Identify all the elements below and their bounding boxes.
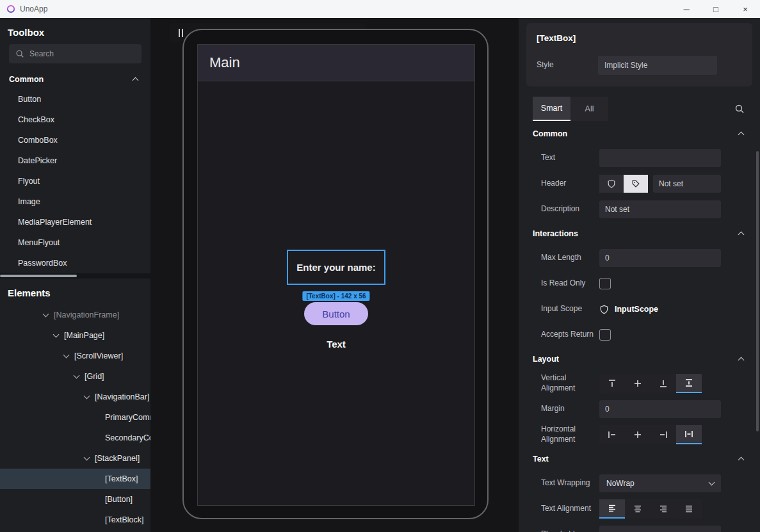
- header-binding-button[interactable]: [599, 175, 624, 193]
- section-common[interactable]: Common: [519, 122, 760, 145]
- tree-item-label: [Button]: [105, 495, 133, 504]
- is-read-only-label: Is Read Only: [541, 278, 599, 289]
- toolbox-group-common[interactable]: Common: [0, 70, 150, 89]
- valign-bottom-button[interactable]: [651, 374, 676, 393]
- section-title: Text: [533, 455, 549, 463]
- header-literal-button[interactable]: [624, 175, 648, 193]
- toolbox-item-checkbox[interactable]: CheckBox: [0, 109, 150, 130]
- tree-item-navigationframe[interactable]: [NavigationFrame]: [0, 305, 150, 325]
- tag-icon: [631, 179, 640, 188]
- selected-element-title: [TextBox]: [537, 33, 742, 43]
- text-wrapping-value: NoWrap: [606, 479, 635, 488]
- search-input[interactable]: [29, 49, 135, 58]
- input-scope-label: Input Scope: [541, 304, 599, 314]
- accepts-return-checkbox[interactable]: [599, 329, 611, 341]
- toolbox-item-image[interactable]: Image: [0, 191, 150, 212]
- halign-center-button[interactable]: [625, 425, 651, 444]
- tree-item-stackpanel[interactable]: [StackPanel]: [0, 448, 150, 469]
- section-title: Interactions: [533, 229, 578, 238]
- tree-item-label: PrimaryComm: [105, 413, 150, 422]
- align-left-icon: [607, 430, 617, 440]
- input-scope-value[interactable]: InputScope: [615, 305, 658, 314]
- tree-item-secondarycommands[interactable]: SecondaryCo: [0, 428, 150, 448]
- tree-item-navigationbar[interactable]: [NavigationBar]: [0, 387, 150, 407]
- halign-right-button[interactable]: [651, 425, 676, 444]
- tree-item-mainpage[interactable]: [MainPage]: [0, 325, 150, 346]
- text-align-justify-button[interactable]: [676, 499, 702, 519]
- row-margin: Margin 0: [519, 396, 760, 422]
- close-button[interactable]: ×: [731, 0, 760, 18]
- tab-smart[interactable]: Smart: [533, 97, 570, 121]
- valign-top-button[interactable]: [599, 374, 625, 393]
- chevron-down-icon: [74, 372, 80, 378]
- tree-item-textblock[interactable]: [TextBlock]: [0, 510, 150, 530]
- panel-splitter[interactable]: [0, 273, 150, 278]
- text-label: Text: [541, 153, 599, 163]
- device-screen: Main Enter your name: [TextBox] - 142 x …: [197, 44, 475, 506]
- max-length-input[interactable]: 0: [599, 249, 721, 267]
- tab-all[interactable]: All: [570, 97, 608, 121]
- text-align-justify-icon: [684, 504, 694, 514]
- header-label: Header: [541, 179, 599, 189]
- text-align-right-button[interactable]: [651, 499, 676, 519]
- text-align-center-button[interactable]: [625, 499, 651, 519]
- toolbox-item-combobox[interactable]: ComboBox: [0, 130, 150, 150]
- row-description: Description Not set: [519, 197, 760, 222]
- margin-input[interactable]: 0: [599, 400, 721, 418]
- row-accepts-return: Accepts Return: [519, 322, 760, 348]
- selected-element-card: [TextBox] Style Implicit Style: [526, 23, 752, 86]
- design-textblock[interactable]: Text: [327, 339, 346, 350]
- is-read-only-checkbox[interactable]: [599, 278, 611, 289]
- toolbox-item-flyout[interactable]: Flyout: [0, 171, 150, 191]
- tree-item-label: [Grid]: [85, 372, 104, 381]
- tree-item-textbox[interactable]: [TextBox]: [0, 469, 150, 489]
- text-input[interactable]: [599, 149, 721, 167]
- panel-scrollbar[interactable]: [756, 151, 759, 431]
- toolbox-item-label: PasswordBox: [18, 259, 67, 268]
- search-icon[interactable]: [734, 104, 745, 114]
- description-input[interactable]: Not set: [599, 200, 721, 218]
- section-text[interactable]: Text: [519, 447, 760, 471]
- style-input[interactable]: Implicit Style: [598, 56, 717, 75]
- align-vstretch-icon: [684, 378, 694, 388]
- tree-item-grid[interactable]: [Grid]: [0, 366, 150, 387]
- tree-item-primarycommands[interactable]: PrimaryComm: [0, 407, 150, 428]
- tree-item-label: [TextBlock]: [105, 515, 143, 524]
- section-interactions[interactable]: Interactions: [519, 222, 760, 245]
- unoapp-logo-icon: [6, 4, 15, 13]
- section-layout[interactable]: Layout: [519, 348, 760, 371]
- toolbox-item-button[interactable]: Button: [0, 89, 150, 109]
- toolbox-item-passwordbox[interactable]: PasswordBox: [0, 253, 150, 273]
- tree-item-scrollviewer[interactable]: [ScrollViewer]: [0, 346, 150, 366]
- row-input-scope: Input Scope InputScope: [519, 296, 760, 322]
- halign-left-button[interactable]: [599, 425, 625, 444]
- drag-handle-icon[interactable]: [175, 26, 186, 39]
- valign-stretch-button[interactable]: [676, 374, 702, 393]
- row-is-read-only: Is Read Only: [519, 271, 760, 296]
- design-textbox-selected[interactable]: Enter your name:: [287, 250, 385, 285]
- halign-stretch-button[interactable]: [676, 425, 702, 444]
- text-align-left-button[interactable]: [599, 499, 625, 519]
- splitter-thumb[interactable]: [0, 275, 77, 277]
- text-wrapping-dropdown[interactable]: NoWrap: [599, 474, 721, 492]
- toolbox-item-mediaplayerelement[interactable]: MediaPlayerElement: [0, 212, 150, 232]
- left-sidebar: Toolbox Common Button CheckBox ComboBox …: [0, 18, 150, 532]
- maximize-button[interactable]: □: [701, 0, 731, 18]
- toolbox-item-label: MenuFlyout: [18, 238, 60, 247]
- valign-center-button[interactable]: [625, 374, 651, 393]
- properties-list: Common Text Header: [519, 122, 760, 532]
- window-titlebar: UnoApp ─ □ ×: [0, 0, 760, 18]
- tree-item-button[interactable]: [Button]: [0, 489, 150, 510]
- toolbox-group-label: Common: [9, 75, 44, 84]
- toolbox-item-datepicker[interactable]: DatePicker: [0, 150, 150, 171]
- search-icon: [15, 49, 24, 58]
- toolbox-item-menuflyout[interactable]: MenuFlyout: [0, 232, 150, 253]
- minimize-button[interactable]: ─: [672, 0, 701, 18]
- placeholder-input[interactable]: [599, 526, 721, 532]
- toolbox-search[interactable]: [9, 44, 141, 63]
- tree-item-label: [NavigationFrame]: [54, 310, 119, 319]
- header-input[interactable]: Not set: [653, 175, 721, 193]
- tree-item-label: SecondaryCo: [105, 433, 150, 442]
- design-button[interactable]: Button: [304, 302, 368, 325]
- shield-icon: [599, 305, 609, 314]
